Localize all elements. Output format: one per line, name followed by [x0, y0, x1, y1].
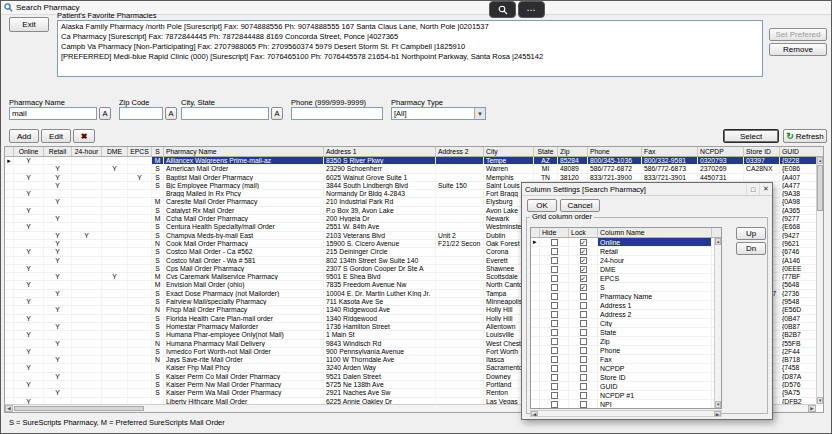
column-order-row[interactable]: Zip	[531, 337, 721, 346]
pharmacy-name-input[interactable]	[9, 107, 97, 120]
dialog-scroll-left-icon[interactable]: ◀	[531, 411, 538, 416]
dialog-title-bar[interactable]: Column Settings [Search Pharmacy] □ ✕	[522, 183, 772, 196]
move-down-button[interactable]: Dn	[736, 242, 766, 255]
scroll-up-icon[interactable]: ▲	[817, 157, 823, 164]
hide-checkbox[interactable]	[551, 320, 558, 327]
hide-checkbox[interactable]	[551, 257, 558, 264]
column-order-row[interactable]: Retail	[531, 247, 721, 256]
column-order-row[interactable]: EPCS	[531, 274, 721, 283]
column-header-guid[interactable]: GUID	[780, 147, 824, 156]
phone-input[interactable]	[291, 107, 383, 120]
hide-checkbox[interactable]	[551, 338, 558, 345]
hide-checkbox[interactable]	[551, 302, 558, 309]
lock-checkbox[interactable]	[580, 266, 587, 273]
column-header-fax[interactable]: Fax	[642, 147, 698, 156]
refresh-button[interactable]: ↻ Refresh	[783, 129, 827, 143]
zoom-chip-button[interactable]	[489, 1, 516, 18]
lock-checkbox[interactable]	[580, 248, 587, 255]
cancel-button[interactable]: Cancel	[560, 199, 600, 212]
dialog-horizontal-scrollbar[interactable]: ◀ ▶	[530, 410, 722, 417]
hide-checkbox[interactable]	[551, 284, 558, 291]
grid-hscroll-thumb[interactable]	[14, 406, 144, 411]
column-order-row[interactable]: Store ID	[531, 373, 721, 382]
zip-alpha-button[interactable]: A	[165, 107, 177, 120]
column-order-row[interactable]: Phone	[531, 346, 721, 355]
lock-checkbox[interactable]	[580, 383, 587, 390]
hide-checkbox[interactable]	[551, 248, 558, 255]
column-header-retail[interactable]: Retail	[44, 147, 72, 156]
pharmacy-row[interactable]: YYYSBaptist Mail Order Pharmacy6025 Waln…	[5, 174, 823, 182]
column-order-row[interactable]: NCPDP	[531, 364, 721, 373]
lock-checkbox[interactable]	[580, 392, 587, 399]
maximize-icon[interactable]: □	[746, 183, 759, 195]
column-order-row[interactable]: 24-hour	[531, 256, 721, 265]
city-state-input[interactable]	[181, 107, 269, 120]
hide-checkbox[interactable]	[551, 275, 558, 282]
hide-checkbox[interactable]	[551, 329, 558, 336]
hide-checkbox[interactable]	[551, 401, 558, 408]
column-header-address-2[interactable]: Address 2	[436, 147, 484, 156]
favorite-pharmacy-item[interactable]: Campb Va Pharmacy [Non-Participating] Fa…	[61, 42, 759, 52]
lock-checkbox[interactable]	[580, 293, 587, 300]
lock-checkbox[interactable]	[580, 356, 587, 363]
lock-checkbox[interactable]	[580, 401, 587, 408]
city-state-alpha-button[interactable]: A	[271, 107, 283, 120]
select-button[interactable]: Select	[723, 129, 779, 143]
chevron-down-icon[interactable]: ▼	[474, 108, 485, 119]
column-header-s[interactable]: S	[152, 147, 164, 156]
column-header-phone[interactable]: Phone	[588, 147, 642, 156]
dialog-vertical-scrollbar[interactable]: ▲ ▼	[714, 238, 721, 408]
lock-checkbox[interactable]	[580, 284, 587, 291]
delete-button[interactable]: ✖	[73, 129, 95, 143]
hide-checkbox[interactable]	[551, 293, 558, 300]
lock-checkbox[interactable]	[580, 338, 587, 345]
remove-favorite-button[interactable]: Remove	[769, 43, 827, 56]
dialog-scroll-up-icon[interactable]: ▲	[715, 238, 721, 245]
lock-checkbox[interactable]	[580, 257, 587, 264]
column-order-row[interactable]: Pharmacy Name	[531, 292, 721, 301]
set-preferred-button[interactable]: Set Prefered	[769, 28, 827, 41]
hide-checkbox[interactable]	[551, 239, 558, 246]
pharmacy-row[interactable]: YYSAmerican Mail Order23290 SchoenherrWa…	[5, 165, 823, 173]
hide-checkbox[interactable]	[551, 392, 558, 399]
hide-checkbox[interactable]	[551, 356, 558, 363]
column-header-zip[interactable]: Zip	[558, 147, 588, 156]
column-order-row[interactable]: Address 1	[531, 301, 721, 310]
hide-checkbox[interactable]	[551, 383, 558, 390]
column-header-online[interactable]: Online	[14, 147, 44, 156]
lock-checkbox[interactable]	[580, 374, 587, 381]
lock-checkbox[interactable]	[580, 239, 587, 246]
lock-checkbox[interactable]	[580, 320, 587, 327]
scroll-right-icon[interactable]: ▶	[808, 405, 816, 412]
favorites-listbox[interactable]: Alaska Family Pharmacy /north Pole [Sure…	[57, 20, 763, 77]
scroll-down-icon[interactable]: ▼	[817, 397, 823, 404]
column-header-epcs[interactable]: EPCS	[128, 147, 152, 156]
more-options-button[interactable]: ⋯	[518, 1, 545, 18]
column-order-row[interactable]: City	[531, 319, 721, 328]
column-header-ncpdp[interactable]: NCPDP	[698, 147, 744, 156]
column-order-row[interactable]: S	[531, 283, 721, 292]
ok-button[interactable]: OK	[527, 199, 557, 212]
column-header-store-id[interactable]: Store ID	[744, 147, 780, 156]
column-order-row[interactable]: Fax	[531, 355, 721, 364]
column-header-24-hour[interactable]: 24-hour	[72, 147, 102, 156]
column-order-row[interactable]: State	[531, 328, 721, 337]
lock-checkbox[interactable]	[580, 329, 587, 336]
dialog-scroll-down-icon[interactable]: ▼	[715, 401, 721, 408]
column-header-address-1[interactable]: Address 1	[324, 147, 436, 156]
column-order-row[interactable]: Address 2	[531, 310, 721, 319]
column-header-pharmacy-name[interactable]: Pharmacy Name	[164, 147, 324, 156]
lock-checkbox[interactable]	[580, 311, 587, 318]
lock-checkbox[interactable]	[580, 365, 587, 372]
dialog-scroll-right-icon[interactable]: ▶	[714, 411, 721, 416]
favorite-pharmacy-item[interactable]: [PREFERRED] Medi-blue Rapid Clinic (000)…	[61, 52, 759, 62]
pharmacy-type-select[interactable]: [All] ▼	[391, 107, 486, 120]
pharmacy-row[interactable]: ▸YMAlliancex Walgreens Prime-mail-az8350…	[5, 157, 823, 165]
hide-checkbox[interactable]	[551, 365, 558, 372]
column-header-state[interactable]: State	[534, 147, 558, 156]
edit-button[interactable]: Edit	[41, 129, 71, 143]
lock-checkbox[interactable]	[580, 275, 587, 282]
scroll-left-icon[interactable]: ◀	[5, 405, 13, 412]
exit-button[interactable]: Exit	[9, 17, 49, 32]
zip-input[interactable]	[119, 107, 163, 120]
